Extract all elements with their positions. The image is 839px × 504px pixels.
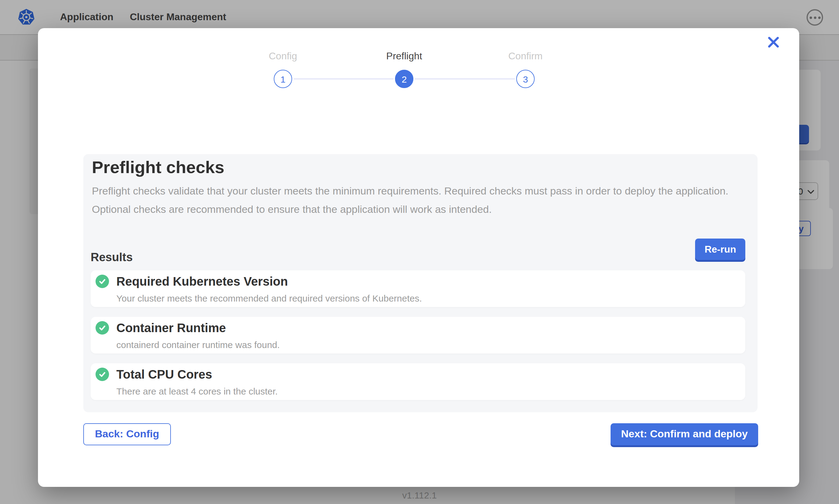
result-row: Total CPU Cores There are at least 4 cor… <box>91 363 745 400</box>
preflight-modal: Config 1 Preflight 2 Confirm 3 Preflight… <box>38 28 799 487</box>
result-row: Required Kubernetes Version Your cluster… <box>91 270 745 307</box>
rerun-button[interactable]: Re-run <box>696 238 745 260</box>
step-label: Confirm <box>465 50 586 62</box>
preflight-panel: Preflight checks Preflight checks valida… <box>83 154 757 412</box>
app-viewport: 0 y Application <box>0 0 839 504</box>
stepper-connector-2 <box>415 78 515 79</box>
modal-title: Preflight checks <box>92 157 224 179</box>
result-detail: Your cluster meets the recommended and r… <box>116 293 422 303</box>
step-circle[interactable]: 1 <box>274 70 292 88</box>
step-circle[interactable]: 3 <box>516 70 535 88</box>
check-icon <box>96 321 109 335</box>
result-title: Total CPU Cores <box>116 367 212 382</box>
stepper-step: Confirm 3 <box>465 50 586 88</box>
results-list: Required Kubernetes Version Your cluster… <box>91 270 745 400</box>
result-detail: There are at least 4 cores in the cluste… <box>116 386 278 396</box>
result-title: Container Runtime <box>116 321 226 335</box>
stepper-connector-1 <box>293 78 394 79</box>
close-icon[interactable] <box>767 35 780 49</box>
result-title: Required Kubernetes Version <box>116 275 288 289</box>
result-row: Container Runtime containerd container r… <box>91 317 745 354</box>
results-heading: Results <box>91 251 133 264</box>
step-label: Config <box>222 50 344 62</box>
step-label: Preflight <box>344 50 465 62</box>
back-button[interactable]: Back: Config <box>83 423 171 445</box>
stepper-step: Preflight 2 <box>344 50 465 88</box>
stepper-step: Config 1 <box>222 50 344 88</box>
modal-description: Preflight checks validate that your clus… <box>92 182 739 219</box>
result-detail: containerd container runtime was found. <box>116 340 280 350</box>
step-circle[interactable]: 2 <box>395 70 413 88</box>
wizard-stepper: Config 1 Preflight 2 Confirm 3 <box>222 50 586 88</box>
next-button[interactable]: Next: Confirm and deploy <box>611 423 758 445</box>
check-icon <box>96 275 109 288</box>
check-icon <box>96 367 109 381</box>
